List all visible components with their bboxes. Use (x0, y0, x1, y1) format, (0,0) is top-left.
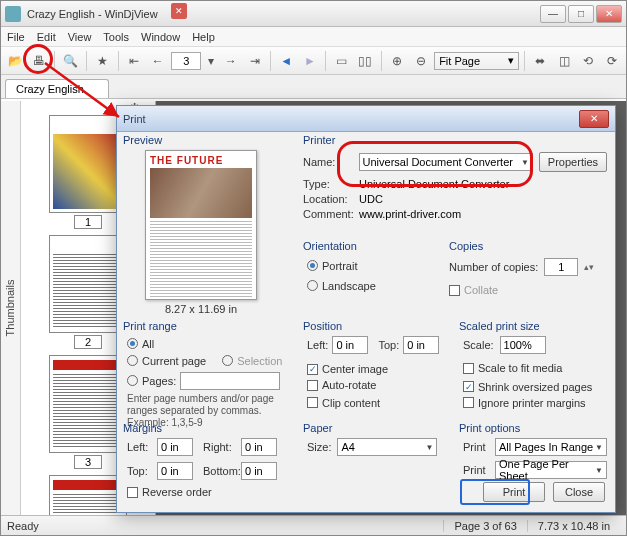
group-orientation: Orientation (303, 240, 357, 252)
tab-document[interactable]: Crazy English (5, 79, 109, 98)
range-current-radio[interactable]: Current page (127, 355, 206, 367)
menu-window[interactable]: Window (141, 31, 180, 43)
print-options-print1-label: Print (463, 441, 489, 453)
group-printer: Printer (303, 134, 335, 146)
minimize-button[interactable]: — (540, 5, 566, 23)
range-pages-radio[interactable]: Pages: (127, 375, 176, 387)
fit-width-icon[interactable]: ⬌ (530, 50, 551, 72)
print-dialog: Print ✕ Preview THE FUTURE 8.27 x 11.69 … (116, 105, 616, 513)
first-page-icon[interactable]: ⇤ (124, 50, 145, 72)
layout-single-icon[interactable]: ▭ (331, 50, 352, 72)
group-preview: Preview (123, 134, 162, 146)
dialog-title: Print (123, 113, 579, 125)
status-page: Page 3 of 63 (443, 520, 526, 532)
scale-fit-check[interactable]: Scale to fit media (463, 362, 562, 374)
printer-comment-value: www.print-driver.com (359, 208, 461, 220)
paper-size-combo[interactable]: A4▼ (337, 438, 437, 456)
position-autorotate-check[interactable]: Auto-rotate (307, 379, 376, 391)
app-icon (5, 6, 21, 22)
tab-close-icon[interactable]: ✕ (171, 3, 187, 19)
position-center-check[interactable]: Center image (307, 363, 388, 375)
statusbar: Ready Page 3 of 63 7.73 x 10.48 in (1, 515, 626, 535)
group-position: Position (303, 320, 342, 332)
group-scaled: Scaled print size (459, 320, 540, 332)
zoom-out-icon[interactable]: ⊖ (410, 50, 431, 72)
range-all-radio[interactable]: All (127, 338, 154, 350)
range-pages-input[interactable] (180, 372, 280, 390)
menu-help[interactable]: Help (192, 31, 215, 43)
printer-properties-button[interactable]: Properties (539, 152, 607, 172)
titlebar: Crazy English - WinDjView — □ ✕ (1, 1, 626, 27)
rotate-left-icon[interactable]: ⟲ (578, 50, 599, 72)
group-paper: Paper (303, 422, 332, 434)
print-options-layout-combo[interactable]: One Page Per Sheet▼ (495, 461, 607, 479)
close-button[interactable]: Close (553, 482, 605, 502)
scale-ignore-check[interactable]: Ignore printer margins (463, 397, 586, 409)
find-icon[interactable]: 🔍 (60, 50, 81, 72)
menubar: File Edit View Tools Window Help (1, 27, 626, 47)
paper-size-label: Size: (307, 441, 331, 453)
position-clip-check[interactable]: Clip content (307, 397, 380, 409)
fit-page-icon[interactable]: ◫ (554, 50, 575, 72)
orientation-landscape-radio[interactable]: Landscape (307, 280, 376, 292)
scale-shrink-check[interactable]: Shrink oversized pages (463, 381, 592, 393)
position-left-label: Left: (307, 339, 328, 351)
menu-file[interactable]: File (7, 31, 25, 43)
scale-input[interactable]: 100% (500, 336, 546, 354)
print-icon[interactable]: 🖶 (29, 50, 50, 72)
margin-top-label: Top: (127, 465, 153, 477)
page-number-input[interactable] (171, 52, 201, 70)
zoom-in-icon[interactable]: ⊕ (387, 50, 408, 72)
scale-label: Scale: (463, 339, 494, 351)
position-top-label: Top: (378, 339, 399, 351)
maximize-button[interactable]: □ (568, 5, 594, 23)
window-title: Crazy English - WinDjView (27, 8, 540, 20)
layout-facing-icon[interactable]: ▯▯ (355, 50, 376, 72)
margin-left-input[interactable]: 0 in (157, 438, 193, 456)
group-print-options: Print options (459, 422, 520, 434)
prev-page-icon[interactable]: ← (147, 50, 168, 72)
position-left-input[interactable]: 0 in (332, 336, 368, 354)
printer-location-value: UDC (359, 193, 383, 205)
printer-name-combo[interactable]: Universal Document Converter▼ (359, 153, 533, 171)
range-selection-radio: Selection (222, 355, 282, 367)
sidebar-tab-thumbnails[interactable]: Thumbnails (1, 101, 21, 515)
printer-type-value: Universal Document Converter (359, 178, 509, 190)
rotate-right-icon[interactable]: ⟳ (601, 50, 622, 72)
status-size: 7.73 x 10.48 in (527, 520, 620, 532)
menu-view[interactable]: View (68, 31, 92, 43)
menu-tools[interactable]: Tools (103, 31, 129, 43)
copies-collate-check: Collate (449, 284, 498, 296)
orientation-portrait-radio[interactable]: Portrait (307, 260, 357, 272)
close-button[interactable]: ✕ (596, 5, 622, 23)
print-options-range-combo[interactable]: All Pages In Range▼ (495, 438, 607, 456)
printer-name-label: Name: (303, 156, 353, 168)
position-top-input[interactable]: 0 in (403, 336, 439, 354)
page-dropdown-icon[interactable]: ▾ (204, 50, 217, 72)
preview-dimensions: 8.27 x 11.69 in (145, 303, 257, 315)
status-ready: Ready (7, 520, 39, 532)
zoom-combo[interactable]: Fit Page▾ (434, 52, 519, 70)
last-page-icon[interactable]: ⇥ (244, 50, 265, 72)
margin-bottom-input[interactable]: 0 in (241, 462, 277, 480)
margin-top-input[interactable]: 0 in (157, 462, 193, 480)
print-button[interactable]: Print (483, 482, 545, 502)
bookmark-icon[interactable]: ★ (92, 50, 113, 72)
reverse-order-check[interactable]: Reverse order (127, 486, 212, 498)
group-print-range: Print range (123, 320, 177, 332)
toolbar: 📂 🖶 🔍 ★ ⇤ ← ▾ → ⇥ ◄ ► ▭ ▯▯ ⊕ ⊖ Fit Page▾… (1, 47, 626, 75)
margin-right-input[interactable]: 0 in (241, 438, 277, 456)
open-icon[interactable]: 📂 (5, 50, 26, 72)
next-page-icon[interactable]: → (220, 50, 241, 72)
dialog-close-icon[interactable]: ✕ (579, 110, 609, 128)
tab-label: Crazy English (16, 83, 84, 95)
margin-left-label: Left: (127, 441, 153, 453)
copies-number-input[interactable]: 1 (544, 258, 578, 276)
printer-location-label: Location: (303, 193, 353, 205)
fwd-nav-icon[interactable]: ► (300, 50, 321, 72)
printer-type-label: Type: (303, 178, 353, 190)
print-options-print2-label: Print (463, 464, 489, 476)
back-nav-icon[interactable]: ◄ (276, 50, 297, 72)
menu-edit[interactable]: Edit (37, 31, 56, 43)
printer-comment-label: Comment: (303, 208, 353, 220)
